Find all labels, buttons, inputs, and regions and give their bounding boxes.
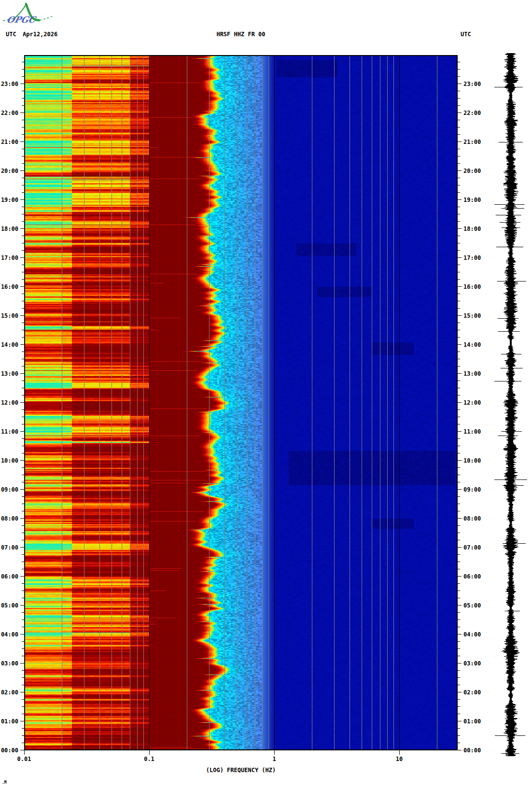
time-tick-R bbox=[458, 163, 460, 164]
time-tick-L bbox=[22, 163, 24, 164]
time-tick-R bbox=[458, 728, 460, 729]
time-label-left: 02:00 bbox=[0, 689, 18, 696]
time-label-right: 09:00 bbox=[463, 486, 481, 493]
time-tick-R bbox=[458, 750, 462, 750]
time-tick-R bbox=[458, 330, 460, 330]
time-tick-L bbox=[22, 105, 24, 106]
time-tick-R bbox=[458, 192, 460, 193]
time-tick-L bbox=[22, 641, 24, 642]
time-tick-R bbox=[458, 127, 460, 127]
time-tick-R bbox=[458, 69, 460, 70]
freq-label: 0.1 bbox=[135, 756, 164, 762]
time-tick-L bbox=[22, 323, 24, 323]
time-tick-R bbox=[458, 402, 462, 403]
time-tick-L bbox=[22, 482, 24, 482]
time-tick-L bbox=[22, 192, 24, 193]
time-tick-L bbox=[22, 438, 24, 439]
time-label-right: 11:00 bbox=[463, 428, 481, 435]
time-label-left: 01:00 bbox=[0, 718, 18, 725]
footer-mark: .M bbox=[2, 779, 7, 786]
time-label-right: 22:00 bbox=[463, 110, 481, 116]
time-tick-R bbox=[458, 221, 460, 222]
time-label-right: 19:00 bbox=[463, 197, 481, 203]
time-tick-R bbox=[458, 540, 460, 540]
time-tick-L bbox=[22, 380, 24, 381]
time-label-right: 16:00 bbox=[463, 283, 481, 290]
time-tick-R bbox=[458, 373, 462, 374]
time-tick-R bbox=[458, 388, 460, 388]
time-label-left: 14:00 bbox=[0, 341, 18, 348]
seismogram-trace-canvas bbox=[493, 53, 528, 756]
time-tick-L bbox=[20, 605, 24, 606]
time-label-left: 15:00 bbox=[0, 312, 18, 319]
time-tick-L bbox=[20, 431, 24, 432]
time-tick-L bbox=[22, 272, 24, 272]
time-tick-R bbox=[458, 134, 460, 135]
time-tick-L bbox=[22, 388, 24, 388]
freq-tick bbox=[24, 750, 25, 755]
time-tick-L bbox=[20, 663, 24, 663]
time-tick-R bbox=[458, 149, 460, 149]
freq-label: 10 bbox=[385, 756, 414, 762]
time-tick-R bbox=[458, 214, 460, 214]
time-label-right: 06:00 bbox=[463, 573, 481, 580]
time-tick-L bbox=[22, 243, 24, 243]
time-label-right: 07:00 bbox=[463, 544, 481, 551]
time-tick-L bbox=[22, 120, 24, 120]
time-tick-L bbox=[22, 156, 24, 156]
time-tick-R bbox=[458, 207, 460, 207]
time-tick-R bbox=[458, 243, 460, 243]
time-tick-R bbox=[458, 170, 462, 171]
time-label-left: 18:00 bbox=[0, 225, 18, 232]
time-tick-L bbox=[22, 279, 24, 280]
time-tick-L bbox=[22, 69, 24, 70]
utc-label-right: UTC bbox=[461, 31, 471, 38]
time-tick-R bbox=[458, 279, 460, 280]
time-tick-L bbox=[22, 620, 24, 620]
time-tick-R bbox=[458, 366, 460, 366]
time-tick-R bbox=[458, 98, 460, 99]
time-label-right: 08:00 bbox=[463, 515, 481, 522]
time-tick-L bbox=[22, 714, 24, 714]
time-tick-L bbox=[22, 685, 24, 685]
time-tick-L bbox=[22, 554, 24, 555]
time-tick-R bbox=[458, 562, 460, 562]
time-label-right: 03:00 bbox=[463, 660, 481, 667]
time-tick-R bbox=[458, 236, 460, 236]
time-tick-L bbox=[22, 366, 24, 366]
time-tick-L bbox=[22, 453, 24, 453]
time-tick-L bbox=[22, 98, 24, 99]
time-tick-R bbox=[458, 482, 460, 482]
time-tick-L bbox=[20, 199, 24, 200]
time-tick-R bbox=[458, 265, 460, 265]
time-tick-R bbox=[458, 475, 460, 475]
time-tick-R bbox=[458, 91, 460, 91]
time-label-left: 22:00 bbox=[0, 110, 18, 116]
time-tick-L bbox=[22, 352, 24, 352]
time-tick-R bbox=[458, 685, 460, 685]
time-tick-R bbox=[458, 141, 462, 142]
time-tick-R bbox=[458, 576, 462, 577]
time-tick-R bbox=[458, 417, 460, 417]
time-tick-R bbox=[458, 648, 460, 649]
time-tick-L bbox=[22, 424, 24, 424]
time-tick-R bbox=[458, 670, 460, 671]
time-tick-L bbox=[20, 750, 24, 750]
time-label-right: 01:00 bbox=[463, 718, 481, 725]
time-tick-L bbox=[20, 460, 24, 461]
time-label-left: 10:00 bbox=[0, 457, 18, 464]
time-tick-L bbox=[22, 207, 24, 207]
time-label-right: 15:00 bbox=[463, 312, 481, 319]
time-tick-L bbox=[20, 344, 24, 345]
time-tick-L bbox=[22, 670, 24, 671]
time-tick-L bbox=[22, 496, 24, 497]
time-tick-R bbox=[458, 395, 460, 395]
time-label-right: 02:00 bbox=[463, 689, 481, 696]
time-tick-R bbox=[458, 641, 460, 642]
time-label-left: 09:00 bbox=[0, 486, 18, 493]
time-tick-R bbox=[458, 301, 460, 301]
time-tick-L bbox=[20, 170, 24, 171]
time-tick-L bbox=[22, 62, 24, 62]
time-tick-L bbox=[22, 127, 24, 127]
time-tick-L bbox=[22, 569, 24, 569]
